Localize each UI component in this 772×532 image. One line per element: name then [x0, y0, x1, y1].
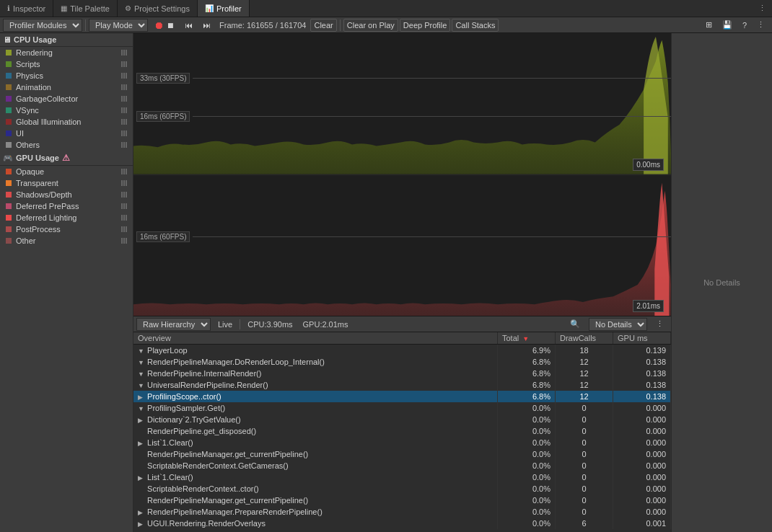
more-tabs-button[interactable]: ⋮	[753, 4, 772, 13]
gpu-tooltip: 2.01ms	[633, 300, 664, 312]
cpu-items: Rendering Scripts Physics Animation	[0, 47, 133, 151]
table-row[interactable]: RenderPipelineManager.get_currentPipelin…	[133, 495, 671, 506]
row-label: ▼ ProfilingSampler.Get()	[133, 402, 498, 414]
tree-toggle[interactable]: ▶	[138, 417, 145, 424]
cpu-item-garbagecollector[interactable]: GarbageCollector	[0, 93, 133, 105]
help-button[interactable]: ?	[738, 19, 751, 32]
row-label: RenderPipelineManager.get_currentPipelin…	[133, 448, 498, 460]
search-icon-btn[interactable]: 🔍	[566, 318, 584, 331]
overflow-button[interactable]: ⋮	[753, 19, 769, 32]
cpu-item-animation[interactable]: Animation	[0, 81, 133, 93]
table-row[interactable]: ▼ RenderPipeline.InternalRender() 6.8% 1…	[133, 368, 671, 379]
tree-toggle[interactable]: ▼	[138, 405, 145, 412]
cpu-item-rendering[interactable]: Rendering	[0, 47, 133, 58]
gpu-item-deferred-lighting[interactable]: Deferred Lighting	[0, 212, 133, 223]
gpu-chart[interactable]: 16ms (60FPS) 2.01ms	[133, 174, 671, 316]
play-mode-select[interactable]: Play Mode	[89, 19, 148, 32]
table-row[interactable]: ▼ ProfilingSampler.Get() 0.0% 0 0.000	[133, 402, 671, 414]
gpu-item-transparent[interactable]: Transparent	[0, 177, 133, 189]
cpu-item-others[interactable]: Others	[0, 139, 133, 151]
tree-toggle[interactable]: ▶	[138, 440, 145, 447]
tree-toggle[interactable]: ▶	[138, 474, 145, 482]
tab-tile-palette[interactable]: ▦ Tile Palette	[53, 0, 118, 17]
cpu-item-scripts[interactable]: Scripts	[0, 58, 133, 70]
table-row[interactable]: ▶ ProfilingScope..ctor() 6.8% 12 0.138	[133, 391, 671, 402]
next-frame-button[interactable]: ⏭	[198, 19, 215, 32]
gpu-item-opaque[interactable]: Opaque	[0, 166, 133, 177]
gpu-item-bars	[121, 238, 127, 244]
bottom-overflow-button[interactable]: ⋮	[652, 318, 668, 331]
table-row[interactable]: ▼ PlayerLoop 6.9% 18 0.139	[133, 345, 671, 357]
gpu-item-postprocess[interactable]: PostProcess	[0, 223, 133, 235]
tree-toggle[interactable]: ▼	[138, 382, 145, 389]
table-body: ▼ PlayerLoop 6.9% 18 0.139 ▼ RenderPipel…	[133, 345, 671, 530]
row-draw-calls: 0	[556, 414, 613, 425]
tab-inspector[interactable]: ℹ Inspector	[0, 0, 53, 17]
gpu-item-other[interactable]: Other	[0, 235, 133, 247]
table-row[interactable]: ▶ Dictionary`2.TryGetValue() 0.0% 0 0.00…	[133, 414, 671, 425]
frame-counter: Frame: 161655 / 161704	[216, 21, 309, 30]
deep-profile-button[interactable]: Deep Profile	[400, 19, 451, 32]
col-draw-calls[interactable]: DrawCalls	[556, 332, 613, 345]
tree-toggle[interactable]: ▼	[138, 359, 145, 366]
row-gpu-ms: 0.139	[613, 345, 671, 357]
prev-frame-button[interactable]: ⏮	[180, 19, 197, 32]
clear-on-play-button[interactable]: Clear on Play	[343, 19, 398, 32]
stop-button[interactable]: ⏹	[162, 19, 179, 32]
table-row[interactable]: ScriptableRenderContext..ctor() 0.0% 0 0…	[133, 483, 671, 495]
row-draw-calls: 0	[556, 402, 613, 414]
row-label: ScriptableRenderContext..ctor()	[133, 483, 498, 495]
profiler-modules-select[interactable]: Profiler Modules	[3, 19, 82, 32]
cpu-chart[interactable]: 33ms (30FPS) 16ms (60FPS)	[133, 33, 671, 174]
table-row[interactable]: ▼ RenderPipelineManager.DoRenderLoop_Int…	[133, 356, 671, 368]
table-row[interactable]: ScriptableRenderContext.GetCameras() 0.0…	[133, 460, 671, 471]
bottom-panel: Raw Hierarchy Live CPU:3.90ms GPU:2.01ms…	[133, 316, 671, 532]
cpu-color-dot	[6, 73, 12, 79]
tree-toggle[interactable]: ▼	[138, 371, 145, 378]
table-row[interactable]: ▶ List`1.Clear() 0.0% 0 0.000	[133, 437, 671, 448]
gpu-item-label: Opaque	[16, 167, 117, 176]
table-row[interactable]: ▼ UniversalRenderPipeline.Render() 6.8% …	[133, 379, 671, 391]
cpu-item-global-illumination[interactable]: Global Illumination	[0, 116, 133, 128]
cpu-usage-header[interactable]: 🖥 CPU Usage	[0, 33, 133, 47]
tab-project-settings[interactable]: ⚙ Project Settings	[118, 0, 198, 17]
clear-button[interactable]: Clear	[310, 19, 336, 32]
table-row[interactable]: ▶ UGUI.Rendering.RenderOverlays 0.0% 6 0…	[133, 518, 671, 529]
tree-toggle[interactable]: ▶	[138, 520, 145, 528]
cpu-item-ui[interactable]: UI	[0, 128, 133, 139]
collapse-button[interactable]: ⊞	[701, 19, 716, 32]
col-gpu-ms[interactable]: GPU ms	[613, 332, 671, 345]
table-row[interactable]: ▶ List`1.Clear() 0.0% 0 0.000	[133, 471, 671, 483]
row-gpu-ms: 0.000	[613, 425, 671, 437]
tab-profiler[interactable]: 📊 Profiler	[198, 0, 250, 17]
row-label: ▼ RenderPipeline.InternalRender()	[133, 368, 498, 379]
gpu-item-deferred-prepass[interactable]: Deferred PrePass	[0, 200, 133, 212]
row-gpu-ms: 0.138	[613, 356, 671, 368]
cpu-item-vsync[interactable]: VSync	[0, 105, 133, 116]
table-row[interactable]: RenderPipeline.get_disposed() 0.0% 0 0.0…	[133, 425, 671, 437]
cpu-item-physics[interactable]: Physics	[0, 70, 133, 81]
row-label: ▼ RenderPipelineManager.DoRenderLoop_Int…	[133, 356, 498, 368]
row-draw-calls: 12	[556, 391, 613, 402]
save-button[interactable]: 💾	[718, 19, 737, 32]
tree-toggle[interactable]: ▶	[138, 394, 145, 401]
col-overview[interactable]: Overview	[133, 332, 498, 345]
tree-toggle[interactable]: ▼	[138, 347, 145, 355]
gpu-item-label: Deferred Lighting	[16, 213, 117, 222]
cpu-item-bars	[121, 119, 127, 125]
call-stacks-button[interactable]: Call Stacks	[452, 19, 499, 32]
hierarchy-table-container[interactable]: Overview Total ▼ DrawCalls GPU ms	[133, 332, 671, 532]
col-total[interactable]: Total ▼	[498, 332, 556, 345]
tree-toggle[interactable]: ▶	[138, 509, 145, 516]
gpu-item-shadows-depth[interactable]: Shadows/Depth	[0, 189, 133, 200]
table-row[interactable]: ▶ RenderPipelineManager.PrepareRenderPip…	[133, 506, 671, 518]
sep1	[85, 19, 86, 31]
gpu-usage-header[interactable]: 🎮 GPU Usage ⚠	[0, 151, 133, 166]
table-row[interactable]: RenderPipelineManager.get_currentPipelin…	[133, 448, 671, 460]
hierarchy-select[interactable]: Raw Hierarchy	[136, 318, 211, 331]
no-details-select[interactable]: No Details	[589, 318, 647, 331]
row-gpu-ms: 0.000	[613, 460, 671, 471]
row-draw-calls: 0	[556, 460, 613, 471]
record-button[interactable]: ⏺	[149, 19, 161, 31]
row-gpu-ms: 0.000	[613, 414, 671, 425]
